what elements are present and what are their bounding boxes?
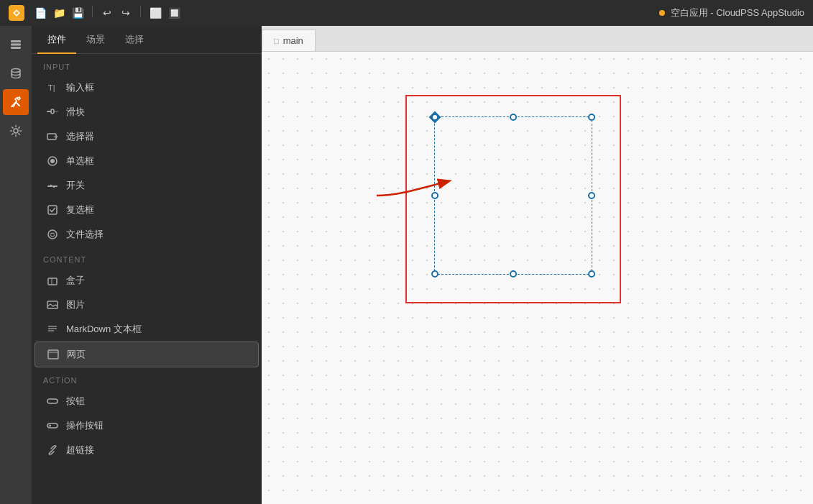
sidebar-database-btn[interactable] [3, 60, 29, 86]
handle-mr[interactable] [588, 192, 595, 199]
item-image-label: 图片 [66, 298, 85, 311]
undo-icon[interactable]: ↩ [100, 6, 114, 20]
canvas-area: □ main [262, 26, 813, 504]
svg-rect-1 [11, 40, 21, 42]
panel-tab-bar: 控件 场景 选择 [32, 26, 262, 54]
webpage-icon [47, 348, 60, 361]
item-selector[interactable]: 选择器 [35, 124, 259, 149]
save-icon[interactable]: 💾 [70, 6, 85, 20]
svg-line-28 [51, 449, 54, 452]
item-webpage-label: 网页 [67, 348, 86, 361]
link-icon [46, 444, 59, 457]
item-file-select[interactable]: 文件选择 [35, 222, 259, 247]
svg-point-16 [48, 230, 57, 239]
arrow-annotation [377, 167, 463, 224]
tab-controls[interactable]: 控件 [37, 26, 76, 53]
item-action-button-label: 操作按钮 [66, 419, 104, 432]
app-logo [9, 5, 24, 21]
svg-rect-23 [48, 350, 58, 359]
svg-rect-3 [11, 47, 21, 49]
item-checkbox-label: 复选框 [66, 203, 94, 216]
item-input-label: 输入框 [66, 81, 94, 94]
svg-rect-10 [51, 109, 54, 114]
canvas-viewport[interactable] [262, 52, 813, 504]
item-file-label: 文件选择 [66, 228, 104, 241]
handle-bm[interactable] [510, 270, 517, 278]
handle-tr[interactable] [588, 114, 595, 121]
item-selector-label: 选择器 [66, 130, 94, 143]
svg-point-13 [50, 159, 55, 163]
item-radio-label: 单选框 [66, 155, 94, 168]
panel-items-list: INPUT T| 输入框 滑块 [32, 54, 262, 504]
svg-line-5 [16, 102, 19, 106]
file-select-icon [46, 228, 59, 241]
item-webpage[interactable]: 网页 [35, 342, 259, 367]
item-checkbox[interactable]: 复选框 [35, 198, 259, 222]
folder-open-icon[interactable]: 📁 [52, 6, 66, 20]
item-markdown[interactable]: MarkDown 文本框 [35, 317, 259, 342]
sidebar-layers-btn[interactable] [3, 32, 29, 58]
item-switch-label: 开关 [66, 179, 85, 192]
separator-2 [140, 6, 141, 17]
separator-1 [92, 6, 93, 17]
component-panel: 控件 场景 选择 INPUT T| 输入框 [32, 26, 262, 504]
item-input-box[interactable]: T| 输入框 [35, 75, 259, 100]
section-action-label: ACTION [32, 367, 262, 389]
svg-point-0 [15, 12, 18, 14]
svg-rect-25 [47, 399, 58, 403]
item-button[interactable]: 按钮 [35, 389, 259, 413]
svg-rect-2 [11, 44, 21, 46]
button-icon [46, 395, 59, 408]
handle-bl[interactable] [431, 270, 438, 278]
main-layout: 控件 场景 选择 INPUT T| 输入框 [0, 26, 813, 504]
handle-tl[interactable] [431, 114, 438, 121]
item-button-label: 按钮 [66, 395, 85, 408]
selector-icon [46, 130, 59, 143]
item-hyperlink[interactable]: 超链接 [35, 438, 259, 462]
item-box-label: 盒子 [66, 274, 85, 287]
image-icon [46, 298, 59, 311]
item-image[interactable]: 图片 [35, 293, 259, 317]
tab-select[interactable]: 选择 [115, 26, 154, 53]
box-icon [46, 274, 59, 287]
svg-point-27 [49, 425, 51, 427]
text-input-icon: T| [46, 81, 59, 94]
checkbox-icon [46, 203, 59, 216]
sidebar-icon-panel [0, 26, 32, 504]
slider-icon [46, 106, 59, 119]
screenshot-icon[interactable]: ⬜ [148, 6, 162, 20]
item-slider[interactable]: 滑块 [35, 100, 259, 124]
titlebar: 📄 📁 💾 ↩ ↪ ⬜ 🔲 空白应用 - CloudPSS AppStudio [0, 0, 813, 26]
redo-icon[interactable]: ↪ [119, 6, 133, 20]
item-hyperlink-label: 超链接 [66, 444, 94, 457]
svg-text:T|: T| [48, 83, 55, 92]
sidebar-tools-btn[interactable] [3, 89, 29, 115]
section-input-label: INPUT [32, 54, 262, 75]
item-action-button[interactable]: 操作按钮 [35, 413, 259, 438]
canvas-tab-icon: □ [274, 37, 279, 45]
radio-icon [46, 155, 59, 168]
sidebar-settings-btn[interactable] [3, 118, 29, 144]
action-button-icon [46, 419, 59, 432]
status-dot [659, 10, 665, 16]
svg-point-6 [14, 129, 18, 133]
handle-tm[interactable] [510, 114, 517, 121]
item-radio[interactable]: 单选框 [35, 149, 259, 173]
file-new-icon[interactable]: 📄 [33, 6, 47, 20]
svg-rect-17 [48, 278, 57, 285]
item-box[interactable]: 盒子 [35, 268, 259, 293]
item-slider-label: 滑块 [66, 106, 85, 119]
markdown-icon [46, 323, 59, 336]
handle-br[interactable] [588, 270, 595, 278]
canvas-tab-label: main [283, 35, 303, 46]
item-switch[interactable]: 开关 [35, 173, 259, 198]
section-content-label: CONTENT [32, 247, 262, 268]
svg-point-4 [12, 69, 20, 73]
app-title: 空白应用 - CloudPSS AppStudio [659, 6, 804, 19]
toolbar-left: 📄 📁 💾 ↩ ↪ ⬜ 🔲 [33, 6, 181, 20]
canvas-tab-bar: □ main [262, 26, 813, 52]
tab-scene[interactable]: 场景 [76, 26, 115, 53]
export-icon[interactable]: 🔲 [167, 6, 181, 20]
switch-icon [46, 179, 59, 192]
canvas-main-tab[interactable]: □ main [262, 29, 316, 51]
